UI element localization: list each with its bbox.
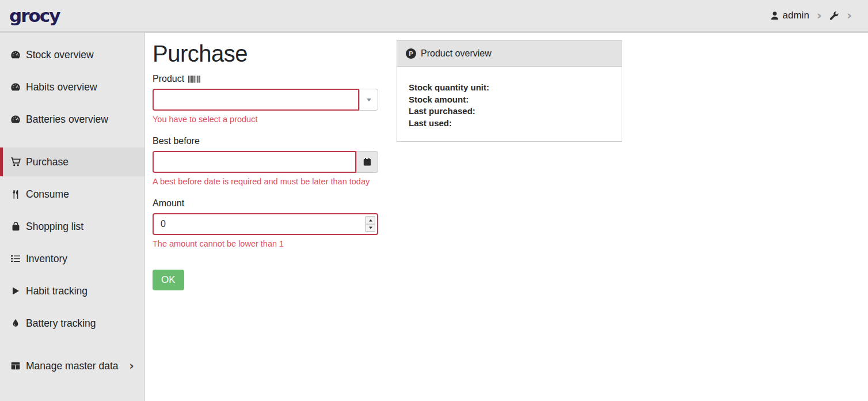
user-menu[interactable]: admin: [770, 10, 809, 21]
sidebar-item-habit-tracking[interactable]: Habit tracking: [0, 277, 144, 305]
barcode-icon: [188, 75, 200, 83]
chevron-right-icon[interactable]: ›: [816, 9, 823, 22]
sidebar-item-label: Inventory: [26, 253, 67, 265]
amount-label: Amount: [153, 198, 378, 209]
calendar-icon: [363, 157, 372, 167]
sidebar-item-inventory[interactable]: Inventory: [0, 244, 144, 273]
best-before-error-text: A best before date is required and must …: [153, 177, 378, 186]
calendar-button[interactable]: [356, 151, 378, 173]
purchase-form: Product You have to select a product: [153, 74, 378, 290]
chevron-right-icon[interactable]: ›: [846, 9, 853, 22]
product-dropdown-button[interactable]: [359, 89, 378, 111]
amount-input-wrap: [153, 213, 378, 235]
grocy-app: grocy admin › › Stock overview: [0, 0, 868, 401]
best-before-label: Best before: [153, 136, 378, 146]
sidebar-item-label: Habit tracking: [26, 285, 87, 297]
amount-input[interactable]: [153, 213, 378, 235]
sidebar-item-label: Stock overview: [26, 49, 94, 61]
shopping-cart-icon: [10, 157, 21, 167]
ok-button[interactable]: OK: [153, 270, 184, 290]
product-overview-title: Product overview: [421, 48, 492, 59]
product-input[interactable]: [153, 89, 359, 111]
product-input-group: [153, 89, 378, 111]
sidebar-item-shopping-list[interactable]: Shopping list: [0, 212, 144, 241]
gauge-icon: [10, 50, 21, 60]
sidebar-item-label: Battery tracking: [26, 317, 96, 330]
amount-error-text: The amount cannot be lower than 1: [153, 239, 378, 248]
shopping-bag-icon: [10, 222, 21, 232]
top-navbar: grocy admin › ›: [0, 0, 868, 33]
product-overview-card: P Product overview Stock quantity unit: …: [397, 40, 622, 142]
user-name: admin: [783, 10, 809, 21]
sidebar-item-stock-overview[interactable]: Stock overview: [0, 40, 144, 69]
spinner-down-icon: [369, 227, 372, 229]
play-icon: [10, 286, 21, 296]
sidebar-item-label: Batteries overview: [26, 114, 108, 126]
sidebar-item-batteries-overview[interactable]: Batteries overview: [0, 105, 144, 134]
sidebar-item-label: Purchase: [26, 156, 68, 168]
overview-field-stock-quantity-unit: Stock quantity unit:: [409, 82, 610, 94]
gauge-icon: [10, 114, 21, 124]
sidebar-item-label: Manage master data: [26, 360, 119, 372]
sidebar-item-manage-master-data[interactable]: Manage master data ›: [0, 351, 144, 380]
sidebar-item-label: Consume: [26, 188, 69, 200]
caret-down-icon: [367, 99, 371, 101]
best-before-input-group: [153, 151, 378, 173]
product-hunt-icon: P: [406, 48, 416, 59]
navbar-right: admin › ›: [770, 9, 853, 22]
gauge-icon: [10, 82, 21, 92]
product-overview-body: Stock quantity unit: Stock amount: Last …: [397, 67, 622, 141]
spinner-up-icon: [369, 220, 372, 222]
main-content: Purchase Product You: [145, 33, 868, 401]
brand-logo[interactable]: grocy: [9, 5, 59, 26]
overview-field-stock-amount: Stock amount:: [409, 94, 610, 106]
sidebar-item-label: Shopping list: [26, 221, 83, 233]
sidebar-item-label: Habits overview: [26, 81, 97, 93]
product-error-text: You have to select a product: [153, 115, 378, 124]
droplet-icon: [10, 319, 21, 328]
chevron-right-icon: ›: [129, 359, 134, 373]
best-before-input[interactable]: [153, 151, 356, 173]
amount-field-group: Amount The amount cannot be lower than 1: [153, 198, 378, 248]
utensils-icon: [10, 190, 21, 199]
sidebar-item-battery-tracking[interactable]: Battery tracking: [0, 309, 144, 338]
product-field-group: Product You have to select a product: [153, 74, 378, 124]
product-label: Product: [153, 74, 378, 84]
table-icon: [10, 361, 21, 371]
sidebar-item-habits-overview[interactable]: Habits overview: [0, 73, 144, 101]
list-icon: [10, 254, 21, 264]
wrench-icon: [829, 11, 839, 21]
product-overview-header: P Product overview: [397, 41, 622, 67]
sidebar-item-consume[interactable]: Consume: [0, 180, 144, 209]
settings-menu[interactable]: [829, 11, 839, 21]
number-spinner[interactable]: [366, 217, 375, 232]
overview-field-last-used: Last used:: [409, 118, 610, 130]
sidebar: Stock overview Habits overview Batteries…: [0, 33, 145, 401]
overview-field-last-purchased: Last purchased:: [409, 105, 610, 118]
user-icon: [770, 11, 779, 20]
product-label-text: Product: [153, 74, 184, 84]
best-before-field-group: Best before A best before date is requir…: [153, 136, 378, 186]
sidebar-item-purchase[interactable]: Purchase: [0, 147, 144, 176]
